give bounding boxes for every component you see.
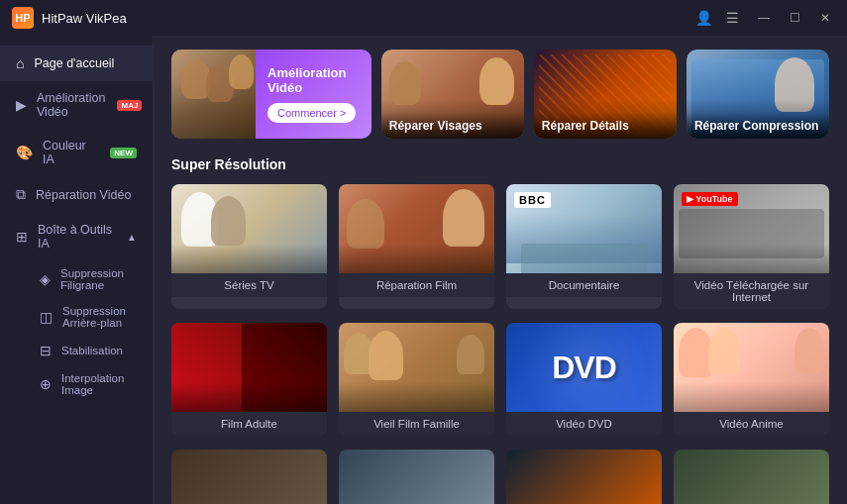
video-enhance-icon: ▶ (16, 97, 27, 113)
thumb-vieil-film (339, 323, 494, 412)
close-button[interactable]: ✕ (815, 9, 835, 27)
card-details-label: Réparer Détails (534, 113, 677, 139)
sidebar-label-ai-toolbox: Boîte à Outils IA (38, 223, 117, 251)
titlebar-left: HP HitPaw VikPea (12, 7, 127, 29)
grid-second-row: Film Adulte Vieil Film Famille DVD Vidé (171, 323, 829, 436)
grid-item-film-adulte[interactable]: Film Adulte (171, 323, 327, 436)
sidebar-item-stabilize[interactable]: ⊟ Stabilisation (32, 336, 153, 365)
sidebar-label-interpolate: Interpolation Image (61, 372, 137, 396)
sidebar-item-color-ai[interactable]: 🎨 Couleur IA NEW (0, 129, 153, 176)
grid-item-series-tv[interactable]: Séries TV (171, 184, 327, 309)
card-visages-label: Réparer Visages (381, 113, 524, 139)
maximize-button[interactable]: ☐ (785, 9, 805, 27)
thumb-reparation-film (339, 184, 494, 273)
grid-item-documentaire[interactable]: BBC Documentaire (506, 184, 662, 309)
watermark-icon: ◈ (40, 271, 51, 287)
sidebar-label-color-ai: Couleur IA (43, 139, 98, 166)
content-area: Amélioration Vidéo Commencer > Réparer V… (154, 36, 847, 504)
video-repair-icon: ⧉ (16, 186, 26, 203)
sidebar-label-video-enhance: Amélioration Vidéo (37, 91, 105, 119)
thumb-video-anime (674, 323, 829, 412)
label-documentaire: Documentaire (506, 273, 662, 297)
feature-card-visages[interactable]: Réparer Visages (381, 50, 524, 139)
main-layout: ⌂ Page d'accueil ▶ Amélioration Vidéo MA… (0, 36, 847, 504)
sidebar-label-background: Suppression Arrière-plan (62, 305, 137, 329)
active-card-thumbnail (171, 50, 256, 139)
thumb-documentaire: BBC (506, 184, 662, 273)
thumb-film-adulte (171, 323, 327, 412)
home-icon: ⌂ (16, 55, 24, 71)
grid-item-vieil-film[interactable]: Vieil Film Famille (339, 323, 494, 436)
card-compression-label: Réparer Compression (687, 113, 829, 139)
feature-card-compression[interactable]: Réparer Compression (687, 50, 829, 139)
app-logo: HP (12, 7, 34, 29)
stabilize-icon: ⊟ (40, 343, 52, 358)
sidebar-label-video-repair: Réparation Vidéo (36, 188, 131, 202)
sidebar-item-ai-toolbox[interactable]: ⊞ Boîte à Outils IA ▲ (0, 213, 153, 260)
grid-item-video-web[interactable]: ▶ YouTube Vidéo Téléchargée sur Internet (674, 184, 829, 309)
badge-new: NEW (110, 148, 137, 158)
grid-bottom-item-4[interactable] (674, 450, 829, 504)
sidebar-label-stabilize: Stabilisation (61, 345, 123, 356)
chevron-down-icon: ▲ (127, 232, 137, 243)
feature-card-details-inner: Réparer Détails (534, 50, 677, 139)
active-card-title: Amélioration Vidéo (267, 65, 360, 95)
grid-item-reparation-film[interactable]: Réparation Film (339, 184, 494, 309)
grid-bottom-row (171, 450, 829, 504)
user-icon[interactable]: 👤 (695, 10, 712, 26)
titlebar: HP HitPaw VikPea 👤 ☰ — ☐ ✕ (0, 0, 847, 36)
youtube-logo: ▶ YouTube (682, 192, 738, 206)
feature-card-compression-inner: Réparer Compression (687, 50, 829, 139)
sidebar-label-home: Page d'accueil (34, 56, 114, 70)
active-card-bg (171, 50, 256, 139)
badge-maj: MAJ (117, 100, 142, 111)
section-title-super-resolution: Super Résolution (171, 156, 829, 172)
sidebar-item-video-repair[interactable]: ⧉ Réparation Vidéo (0, 176, 153, 213)
grid-bottom-item-2[interactable] (339, 450, 494, 504)
grid-super-resolution: Séries TV Réparation Film BBC Documenta (171, 184, 829, 309)
interpolate-icon: ⊕ (40, 376, 52, 392)
start-button[interactable]: Commencer > (267, 103, 356, 123)
sidebar-sub: ◈ Suppression Filigrane ◫ Suppression Ar… (0, 260, 153, 403)
background-icon: ◫ (40, 309, 53, 325)
label-film-adulte: Film Adulte (171, 412, 327, 436)
grid-item-video-dvd[interactable]: DVD Vidéo DVD (506, 323, 662, 436)
feature-cards: Amélioration Vidéo Commencer > Réparer V… (171, 50, 829, 139)
thumb-video-dvd: DVD (506, 323, 662, 412)
minimize-button[interactable]: — (753, 9, 775, 27)
feature-card-visages-inner: Réparer Visages (381, 50, 524, 139)
sidebar: ⌂ Page d'accueil ▶ Amélioration Vidéo MA… (0, 36, 154, 504)
titlebar-right: 👤 ☰ — ☐ ✕ (695, 9, 835, 27)
feature-card-amelioration[interactable]: Amélioration Vidéo Commencer > (171, 50, 371, 139)
menu-icon[interactable]: ☰ (726, 10, 739, 26)
sidebar-item-background[interactable]: ◫ Suppression Arrière-plan (32, 298, 153, 336)
bbc-logo: BBC (514, 192, 551, 208)
label-video-web: Vidéo Téléchargée sur Internet (674, 273, 829, 309)
app-title: HitPaw VikPea (42, 11, 127, 26)
color-ai-icon: 🎨 (16, 145, 33, 160)
thumb-video-web: ▶ YouTube (674, 184, 829, 273)
grid-bottom-item-1[interactable] (171, 450, 327, 504)
thumb-series-tv (171, 184, 327, 273)
label-video-anime: Vidéo Anime (674, 412, 829, 436)
feature-card-details[interactable]: Réparer Détails (534, 50, 677, 139)
label-series-tv: Séries TV (171, 273, 327, 297)
sidebar-item-interpolate[interactable]: ⊕ Interpolation Image (32, 365, 153, 403)
grid-item-video-anime[interactable]: Vidéo Anime (674, 323, 829, 436)
label-video-dvd: Vidéo DVD (506, 412, 662, 436)
sidebar-item-video-enhance[interactable]: ▶ Amélioration Vidéo MAJ (0, 81, 153, 129)
active-card-content: Amélioration Vidéo Commencer > (256, 57, 371, 131)
grid-bottom-item-3[interactable] (506, 450, 662, 504)
sidebar-item-watermark[interactable]: ◈ Suppression Filigrane (32, 260, 153, 298)
window-controls: — ☐ ✕ (753, 9, 835, 27)
label-vieil-film: Vieil Film Famille (339, 412, 494, 436)
label-reparation-film: Réparation Film (339, 273, 494, 297)
sidebar-label-watermark: Suppression Filigrane (60, 267, 137, 291)
sidebar-item-home[interactable]: ⌂ Page d'accueil (0, 46, 153, 81)
ai-toolbox-icon: ⊞ (16, 229, 28, 245)
